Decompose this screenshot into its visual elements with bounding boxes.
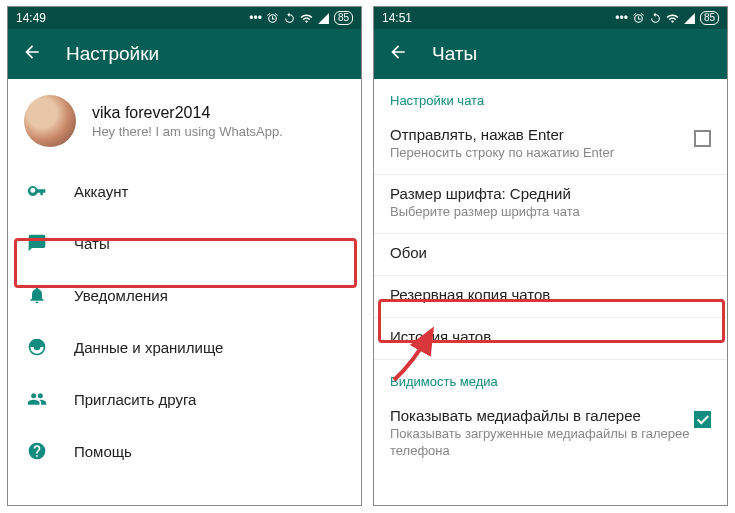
page-title: Чаты bbox=[432, 43, 477, 65]
menu-data-storage[interactable]: Данные и хранилище bbox=[8, 321, 361, 373]
status-bar: 14:51 ••• 85 bbox=[374, 7, 727, 29]
profile-name: vika forever2014 bbox=[92, 104, 283, 122]
setting-wallpaper[interactable]: Обои bbox=[374, 234, 727, 275]
sync-icon bbox=[649, 12, 662, 25]
sync-icon bbox=[283, 12, 296, 25]
back-button[interactable] bbox=[388, 42, 408, 66]
setting-primary: Размер шрифта: Средний bbox=[390, 185, 711, 202]
menu-label: Данные и хранилище bbox=[74, 339, 223, 356]
setting-primary: Показывать медиафайлы в галерее bbox=[390, 407, 711, 424]
dots-icon: ••• bbox=[615, 11, 628, 25]
alarm-icon bbox=[632, 12, 645, 25]
setting-primary: Резервная копия чатов bbox=[390, 286, 711, 303]
clock: 14:49 bbox=[16, 11, 46, 25]
setting-font-size[interactable]: Размер шрифта: Средний Выберите размер ш… bbox=[374, 175, 727, 233]
setting-media-visibility[interactable]: Показывать медиафайлы в галерее Показыва… bbox=[374, 397, 727, 472]
setting-primary: Отправлять, нажав Enter bbox=[390, 126, 711, 143]
clock: 14:51 bbox=[382, 11, 412, 25]
dots-icon: ••• bbox=[249, 11, 262, 25]
battery-icon: 85 bbox=[334, 11, 353, 25]
menu-label: Помощь bbox=[74, 443, 132, 460]
data-icon bbox=[26, 337, 48, 357]
checkbox-unchecked[interactable] bbox=[694, 130, 711, 147]
help-icon bbox=[26, 441, 48, 461]
menu-label: Чаты bbox=[74, 235, 110, 252]
status-icons: ••• 85 bbox=[615, 11, 719, 25]
avatar bbox=[24, 95, 76, 147]
profile-row[interactable]: vika forever2014 Hey there! I am using W… bbox=[8, 79, 361, 165]
signal-icon bbox=[683, 12, 696, 25]
menu-label: Пригласить друга bbox=[74, 391, 196, 408]
back-button[interactable] bbox=[22, 42, 42, 66]
setting-primary: Обои bbox=[390, 244, 711, 261]
app-bar: Чаты bbox=[374, 29, 727, 79]
app-bar: Настройки bbox=[8, 29, 361, 79]
setting-backup[interactable]: Резервная копия чатов bbox=[374, 276, 727, 317]
setting-history[interactable]: История чатов bbox=[374, 318, 727, 359]
menu-label: Уведомления bbox=[74, 287, 168, 304]
setting-secondary: Переносить строку по нажатию Enter bbox=[390, 145, 711, 162]
setting-enter-send[interactable]: Отправлять, нажав Enter Переносить строк… bbox=[374, 116, 727, 174]
menu-notifications[interactable]: Уведомления bbox=[8, 269, 361, 321]
section-chat-settings: Настройки чата bbox=[374, 79, 727, 116]
bell-icon bbox=[26, 285, 48, 305]
settings-screen: 14:49 ••• 85 Настройки vika forever2014 … bbox=[7, 6, 362, 506]
wifi-icon bbox=[666, 12, 679, 25]
menu-account[interactable]: Аккаунт bbox=[8, 165, 361, 217]
battery-icon: 85 bbox=[700, 11, 719, 25]
people-icon bbox=[26, 389, 48, 409]
status-icons: ••• 85 bbox=[249, 11, 353, 25]
section-media-visibility: Видимость медиа bbox=[374, 360, 727, 397]
setting-secondary: Выберите размер шрифта чата bbox=[390, 204, 711, 221]
menu-invite[interactable]: Пригласить друга bbox=[8, 373, 361, 425]
wifi-icon bbox=[300, 12, 313, 25]
status-bar: 14:49 ••• 85 bbox=[8, 7, 361, 29]
menu-chats[interactable]: Чаты bbox=[8, 217, 361, 269]
checkbox-checked[interactable] bbox=[694, 411, 711, 428]
menu-help[interactable]: Помощь bbox=[8, 425, 361, 477]
alarm-icon bbox=[266, 12, 279, 25]
menu-label: Аккаунт bbox=[74, 183, 128, 200]
page-title: Настройки bbox=[66, 43, 159, 65]
chats-settings-screen: 14:51 ••• 85 Чаты Настройки чата Отправл… bbox=[373, 6, 728, 506]
key-icon bbox=[26, 181, 48, 201]
setting-primary: История чатов bbox=[390, 328, 711, 345]
signal-icon bbox=[317, 12, 330, 25]
profile-status: Hey there! I am using WhatsApp. bbox=[92, 124, 283, 139]
chat-icon bbox=[26, 233, 48, 253]
setting-secondary: Показывать загруженные медиафайлы в гале… bbox=[390, 426, 711, 460]
